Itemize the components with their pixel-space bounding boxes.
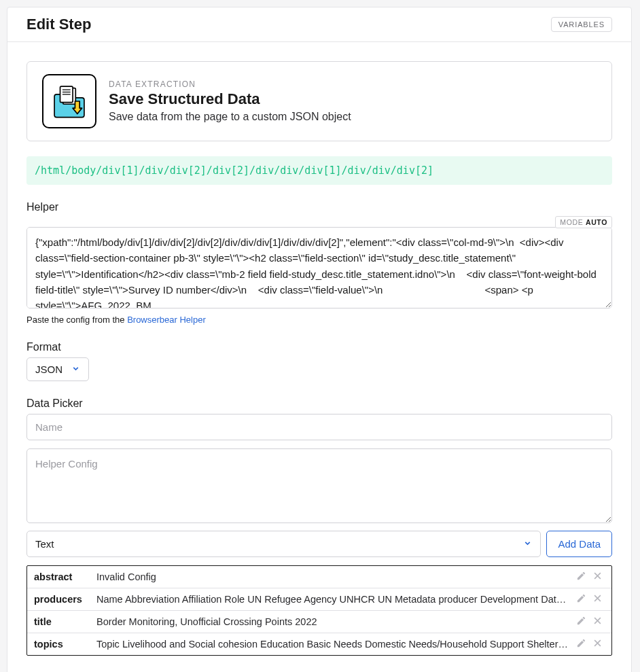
add-data-button[interactable]: Add Data — [546, 531, 612, 557]
format-value: JSON — [35, 364, 63, 375]
page-title: Edit Step — [26, 16, 91, 33]
row-value: Invalid Config — [96, 571, 568, 582]
save-structured-data-icon — [42, 74, 96, 128]
data-type-select[interactable]: Text — [26, 531, 541, 557]
format-select[interactable]: JSON — [26, 357, 89, 381]
edit-step-panel: Edit Step VARIABLES — [7, 7, 632, 672]
row-value: Name Abbreviation Affiliation Role UN Re… — [96, 594, 568, 605]
helper-mode-label: MODE — [560, 218, 586, 226]
helper-hint: Paste the config from the Browserbear He… — [26, 315, 612, 325]
add-data-row: Text Add Data — [26, 531, 612, 557]
data-picker-label: Data Picker — [26, 397, 612, 410]
action-card: DATA EXTRACTION Save Structured Data Sav… — [26, 61, 612, 141]
helper-label: Helper — [26, 201, 612, 213]
row-actions — [576, 616, 605, 628]
xpath-display: /html/body/div[1]/div/div[2]/div[2]/div/… — [26, 156, 612, 185]
table-row: abstractInvalid Config — [27, 566, 611, 588]
helper-mode-value: AUTO — [586, 218, 607, 226]
row-value: Topic Livelihood and Social cohesion Edu… — [96, 639, 568, 650]
format-label: Format — [26, 341, 612, 353]
row-key: title — [34, 616, 88, 627]
delete-icon[interactable] — [592, 616, 605, 628]
panel-body: DATA EXTRACTION Save Structured Data Sav… — [7, 42, 631, 672]
table-row: producersName Abbreviation Affiliation R… — [27, 588, 611, 610]
row-key: topics — [34, 639, 88, 650]
chevron-down-icon — [523, 538, 532, 550]
action-eyebrow: DATA EXTRACTION — [109, 79, 351, 89]
edit-icon[interactable] — [576, 638, 588, 650]
data-table: abstractInvalid ConfigproducersName Abbr… — [26, 565, 612, 656]
edit-icon[interactable] — [576, 616, 588, 628]
helper-hint-prefix: Paste the config from the — [26, 315, 127, 325]
row-actions — [576, 638, 605, 650]
variables-button[interactable]: VARIABLES — [551, 17, 612, 32]
helper-textarea[interactable] — [26, 227, 612, 308]
delete-icon[interactable] — [592, 593, 605, 605]
action-title: Save Structured Data — [109, 90, 351, 108]
delete-icon[interactable] — [592, 638, 605, 650]
row-value: Border Monitoring, Unofficial Crossing P… — [96, 616, 568, 627]
data-type-value: Text — [35, 538, 54, 550]
row-actions — [576, 571, 605, 583]
helper-mode-badge[interactable]: MODE AUTO — [555, 216, 612, 228]
helper-config-textarea[interactable] — [26, 448, 612, 523]
panel-header: Edit Step VARIABLES — [7, 7, 631, 42]
table-row: titleBorder Monitoring, Unofficial Cross… — [27, 610, 611, 633]
edit-icon[interactable] — [576, 593, 588, 605]
action-card-text: DATA EXTRACTION Save Structured Data Sav… — [109, 79, 351, 123]
edit-icon[interactable] — [576, 571, 588, 583]
helper-row: MODE AUTO — [26, 217, 612, 311]
delete-icon[interactable] — [592, 571, 605, 583]
browserbear-helper-link[interactable]: Browserbear Helper — [127, 315, 206, 325]
chevron-down-icon — [71, 364, 80, 375]
action-description: Save data from the page to a custom JSON… — [109, 111, 351, 123]
data-picker-name-input[interactable] — [26, 414, 612, 440]
row-key: abstract — [34, 571, 88, 582]
row-key: producers — [34, 594, 88, 605]
table-row: topicsTopic Livelihood and Social cohesi… — [27, 633, 611, 655]
row-actions — [576, 593, 605, 605]
